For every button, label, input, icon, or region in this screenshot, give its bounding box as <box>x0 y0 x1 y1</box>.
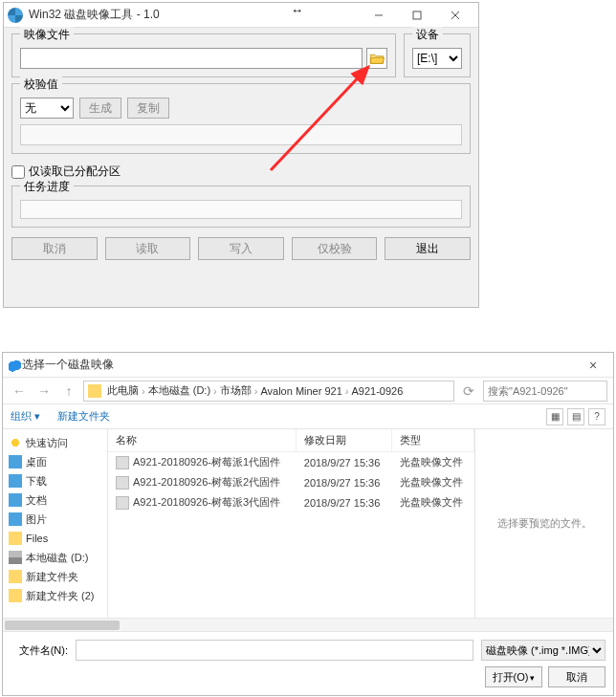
newfolder-button[interactable]: 新建文件夹 <box>57 409 110 424</box>
disk-imager-window: Win32 磁盘映像工具 - 1.0 ↔ 映像文件 设备 [E:\] 校验值 <box>3 2 479 308</box>
file-open-dialog: 选择一个磁盘映像 × ← → ↑ 此电脑›本地磁盘 (D:)›市场部›Avalo… <box>2 352 614 696</box>
breadcrumb-item[interactable]: A921-0926 <box>349 385 405 397</box>
svg-rect-1 <box>413 11 421 19</box>
hash-group: 校验值 无 生成 复制 <box>11 83 471 154</box>
filetype-select[interactable]: 磁盘映像 (*.img *.IMG) <box>481 640 605 661</box>
maximize-button[interactable] <box>398 6 436 25</box>
sidebar-item[interactable]: 本地磁盘 (D:) <box>3 548 107 567</box>
image-file-legend: 映像文件 <box>20 27 74 43</box>
nav-bar: ← → ↑ 此电脑›本地磁盘 (D:)›市场部›Avalon Miner 921… <box>3 378 613 404</box>
cancel-button[interactable]: 取消 <box>11 237 98 260</box>
sidebar-item-label: 新建文件夹 <box>26 570 78 584</box>
view-thumb-button[interactable]: ▦ <box>546 408 563 425</box>
back-button[interactable]: ← <box>9 381 30 402</box>
breadcrumb-item[interactable]: 本地磁盘 (D:) <box>146 383 212 398</box>
progress-group: 任务进度 <box>11 185 471 228</box>
file-list[interactable]: 名称 修改日期 类型 A921-20180926-树莓派1代固件2018/9/2… <box>108 429 474 618</box>
readonly-label: 仅读取已分配分区 <box>29 163 121 180</box>
file-row[interactable]: A921-20180926-树莓派1代固件2018/9/27 15:36光盘映像… <box>108 452 474 473</box>
sidebar-item[interactable]: 桌面 <box>3 452 107 471</box>
progress-legend: 任务进度 <box>20 179 74 195</box>
col-name[interactable]: 名称 <box>108 429 297 452</box>
breadcrumb-item[interactable]: 此电脑 <box>105 383 141 398</box>
breadcrumb-item[interactable]: Avalon Miner 921 <box>258 385 343 397</box>
copy-button[interactable]: 复制 <box>127 98 169 119</box>
device-legend: 设备 <box>412 27 443 43</box>
hash-type-select[interactable]: 无 <box>20 98 74 119</box>
file-row[interactable]: A921-20180926-树莓派2代固件2018/9/27 15:36光盘映像… <box>108 472 474 492</box>
breadcrumb-item[interactable]: 市场部 <box>218 383 253 398</box>
sidebar-item[interactable]: 新建文件夹 (2) <box>3 586 107 605</box>
file-row[interactable]: A921-20180926-树莓派3代固件2018/9/27 15:36光盘映像… <box>108 492 474 512</box>
filename-input[interactable] <box>76 640 473 661</box>
sidebar-item-label: 桌面 <box>26 455 47 469</box>
sidebar-item[interactable]: 文档 <box>3 490 107 510</box>
generate-button[interactable]: 生成 <box>79 98 121 119</box>
progress-bar <box>20 200 462 219</box>
browse-button[interactable] <box>366 48 387 69</box>
sidebar-item[interactable]: 下载 <box>3 471 107 490</box>
filename-label: 文件名(N): <box>11 643 68 658</box>
drive-icon <box>9 551 22 564</box>
readonly-checkbox-row[interactable]: 仅读取已分配分区 <box>11 163 471 180</box>
minimize-button[interactable] <box>360 6 398 25</box>
read-button[interactable]: 读取 <box>105 237 191 260</box>
folder-icon <box>9 570 22 583</box>
up-button[interactable]: ↑ <box>58 381 79 402</box>
toolbar: 组织 ▾ 新建文件夹 ▦ ▤ ? <box>3 404 613 429</box>
sidebar-item[interactable]: 快速访问 <box>3 433 107 452</box>
sidebar-item[interactable]: Files <box>3 529 107 548</box>
preview-pane: 选择要预览的文件。 <box>474 429 613 618</box>
close-button[interactable] <box>436 6 474 25</box>
horizontal-scrollbar[interactable] <box>3 618 613 631</box>
sidebar[interactable]: 快速访问桌面下载文档图片Files本地磁盘 (D:)新建文件夹新建文件夹 (2)… <box>3 429 108 618</box>
dialog-cancel-button[interactable]: 取消 <box>548 666 605 687</box>
sidebar-item-label: 新建文件夹 (2) <box>26 589 95 603</box>
titlebar[interactable]: Win32 磁盘映像工具 - 1.0 <box>4 3 478 28</box>
pic-icon <box>9 512 22 526</box>
dialog-close-button[interactable]: × <box>579 358 607 373</box>
sidebar-item[interactable]: 新建文件夹 <box>3 567 107 586</box>
window-title: Win32 磁盘映像工具 - 1.0 <box>29 7 160 23</box>
view-list-button[interactable]: ▤ <box>567 408 584 425</box>
hash-legend: 校验值 <box>20 76 62 93</box>
write-button[interactable]: 写入 <box>198 237 284 260</box>
folder-icon <box>9 589 22 602</box>
dialog-icon <box>9 359 22 372</box>
folder-icon <box>9 532 22 545</box>
dl-icon <box>9 474 22 488</box>
sidebar-item[interactable]: 图片 <box>3 510 107 529</box>
readonly-checkbox[interactable] <box>11 165 25 179</box>
breadcrumb[interactable]: 此电脑›本地磁盘 (D:)›市场部›Avalon Miner 921›A921-… <box>83 381 454 402</box>
hash-output <box>20 124 462 145</box>
search-input[interactable] <box>483 381 607 402</box>
preview-message: 选择要预览的文件。 <box>497 516 592 531</box>
sidebar-item-label: 文档 <box>26 493 47 508</box>
app-icon <box>8 8 23 23</box>
sidebar-item-label: Files <box>26 533 48 544</box>
dialog-title: 选择一个磁盘映像 <box>22 357 114 373</box>
star-icon <box>9 436 22 449</box>
exit-button[interactable]: 退出 <box>385 237 471 260</box>
verify-button[interactable]: 仅校验 <box>292 237 378 260</box>
col-date[interactable]: 修改日期 <box>297 429 392 452</box>
image-path-input[interactable] <box>20 48 363 69</box>
sidebar-item-label: 下载 <box>26 474 47 489</box>
file-icon <box>116 456 129 469</box>
image-file-group: 映像文件 <box>11 33 396 77</box>
device-select[interactable]: [E:\] <box>412 48 462 69</box>
file-icon <box>116 476 129 490</box>
dialog-titlebar[interactable]: 选择一个磁盘映像 × <box>3 353 613 378</box>
sidebar-item-label: 图片 <box>26 512 47 527</box>
desk-icon <box>9 455 22 468</box>
device-group: 设备 [E:\] <box>404 33 471 77</box>
col-type[interactable]: 类型 <box>392 429 474 452</box>
file-icon <box>116 496 129 510</box>
sidebar-item-label: 快速访问 <box>26 436 68 450</box>
refresh-button[interactable]: ⟳ <box>458 381 479 402</box>
sidebar-item-label: 本地磁盘 (D:) <box>26 551 88 565</box>
help-button[interactable]: ? <box>588 408 605 425</box>
organize-menu[interactable]: 组织 ▾ <box>11 409 40 424</box>
open-button[interactable]: 打开(O)▾ <box>485 666 542 687</box>
forward-button[interactable]: → <box>33 381 55 402</box>
